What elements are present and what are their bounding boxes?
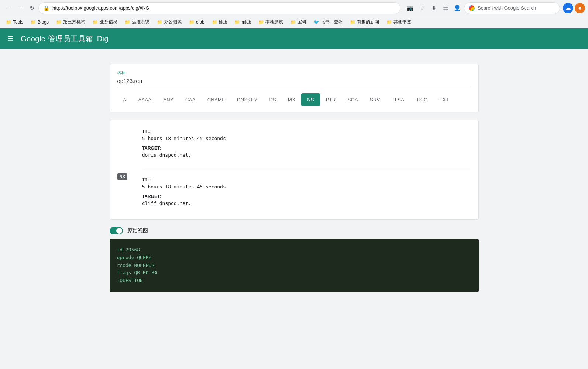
address-bar[interactable]: 🔒 https://toolbox.googleapps.com/apps/di… xyxy=(38,2,400,14)
target-value-2: cliff.dnspod.net. xyxy=(142,201,471,206)
ttl-label-1: TTL: xyxy=(142,129,471,134)
bookmark-label: 办公测试 xyxy=(164,19,182,25)
app-name: Dig xyxy=(97,35,109,43)
google-search-box[interactable]: Search with Google Search xyxy=(464,2,560,14)
back-button[interactable]: ← xyxy=(3,3,13,13)
menu-button[interactable]: ☰ xyxy=(6,33,15,44)
main-content: 名称 op123.ren AAAAAANYCAACNAMEDNSKEYDSMXN… xyxy=(110,56,479,299)
bookmark-icon: 📁 xyxy=(258,20,264,25)
camera-icon[interactable]: 📷 xyxy=(405,3,415,13)
bookmark-item[interactable]: 📁宝树 xyxy=(288,18,309,26)
ttl-value-2: 5 hours 18 minutes 45 seconds xyxy=(142,184,471,189)
ns-type-badge: NS xyxy=(117,173,127,180)
bookmark-label: 运维系统 xyxy=(132,19,149,25)
url-text: https://toolbox.googleapps.com/apps/dig/… xyxy=(52,5,396,11)
record-divider xyxy=(142,170,471,170)
app-brand: Google 管理员工具箱 Dig xyxy=(21,34,109,44)
browser-actions: 📷 ♡ ⬇ ☰ 👤 xyxy=(405,3,463,13)
google-icon xyxy=(469,5,475,11)
bookmark-item[interactable]: 📁有趣的新闻 xyxy=(347,18,382,26)
bookmark-icon: 📁 xyxy=(234,20,240,25)
record-block-1: TTL: 5 hours 18 minutes 45 seconds TARGE… xyxy=(142,129,471,158)
record-block-2: TTL: 5 hours 18 minutes 45 seconds TARGE… xyxy=(142,177,471,206)
raw-line-4: flags QR RD RA xyxy=(117,269,471,277)
bookmark-item[interactable]: 📁mlab xyxy=(231,18,254,26)
bookmark-icon: 📁 xyxy=(31,20,36,25)
bookmark-label: 业务信息 xyxy=(100,19,117,25)
sync-icon[interactable]: ☁ xyxy=(563,3,573,13)
domain-field-label: 名称 xyxy=(117,70,471,76)
bookmark-icon: 📁 xyxy=(6,20,11,25)
raw-line-5: ;QUESTION xyxy=(117,277,471,285)
toggle-section: 原始视图 xyxy=(110,227,479,234)
bookmark-icon: 📁 xyxy=(125,20,130,25)
bookmark-item[interactable]: 📁Tools xyxy=(3,18,26,26)
app-header: ☰ Google 管理员工具箱 Dig xyxy=(0,28,588,49)
bookmark-icon: 📁 xyxy=(386,20,392,25)
raw-line-2: opcode QUERY xyxy=(117,254,471,262)
dns-tab-caa[interactable]: CAA xyxy=(179,93,202,106)
dns-tab-any[interactable]: ANY xyxy=(157,93,179,106)
bookmark-icon: 📁 xyxy=(290,20,296,25)
bookmark-item[interactable]: 📁业务信息 xyxy=(90,18,120,26)
dns-tab-soa[interactable]: SOA xyxy=(342,93,364,106)
download-icon[interactable]: ⬇ xyxy=(429,3,439,13)
bookmark-item[interactable]: 📁本地测试 xyxy=(255,18,286,26)
bookmark-icon: 📁 xyxy=(350,20,355,25)
extensions-icon[interactable]: ☰ xyxy=(440,3,451,13)
bookmark-item[interactable]: 📁运维系统 xyxy=(122,18,152,26)
bookmark-icon: 📁 xyxy=(189,20,195,25)
target-value-1: doris.dnspod.net. xyxy=(142,152,471,158)
bookmark-item[interactable]: 📁第三方机构 xyxy=(53,18,88,26)
profile-avatar[interactable]: ● xyxy=(575,3,585,13)
bookmark-label: 本地测试 xyxy=(265,19,283,25)
lock-icon: 🔒 xyxy=(43,5,49,11)
ttl-label-2: TTL: xyxy=(142,177,471,182)
target-label-2: TARGET: xyxy=(142,194,471,199)
bookmark-icon: 📁 xyxy=(56,20,62,25)
dns-tab-srv[interactable]: SRV xyxy=(364,93,386,106)
target-label-1: TARGET: xyxy=(142,146,471,151)
dns-tab-a[interactable]: A xyxy=(117,93,133,106)
bookmark-label: Blogs xyxy=(38,20,49,25)
bookmark-icon: 📁 xyxy=(212,20,217,25)
dns-tab-mx[interactable]: MX xyxy=(282,93,301,106)
browser-controls: ← → ↻ 🔒 https://toolbox.googleapps.com/a… xyxy=(0,0,588,16)
bookmark-label: 飞书 - 登录 xyxy=(321,19,343,25)
bookmark-label: mlab xyxy=(241,20,251,25)
dns-tab-tlsa[interactable]: TLSA xyxy=(386,93,410,106)
bookmark-icon: 📁 xyxy=(93,20,98,25)
dns-tab-ds[interactable]: DS xyxy=(263,93,282,106)
toggle-label: 原始视图 xyxy=(127,227,148,234)
refresh-button[interactable]: ↻ xyxy=(27,3,37,13)
content-wrapper: 名称 op123.ren AAAAAANYCAACNAMEDNSKEYDSMXN… xyxy=(0,49,588,307)
bookmark-item[interactable]: 📁olab xyxy=(186,18,207,26)
domain-card: 名称 op123.ren AAAAAANYCAACNAMEDNSKEYDSMXN… xyxy=(110,64,479,112)
bookmark-item[interactable]: 🐦飞书 - 登录 xyxy=(311,18,345,26)
bookmark-icon: 📁 xyxy=(157,20,162,25)
bookmark-label: 其他书签 xyxy=(393,19,411,25)
dns-tab-txt[interactable]: TXT xyxy=(434,93,455,106)
dns-tabs: AAAAAANYCAACNAMEDNSKEYDSMXNSPTRSOASRVTLS… xyxy=(117,87,471,106)
browser-chrome: ← → ↻ 🔒 https://toolbox.googleapps.com/a… xyxy=(0,0,588,28)
dns-tab-cname[interactable]: CNAME xyxy=(202,93,231,106)
bookmark-label: Tools xyxy=(13,20,23,25)
profile-icon[interactable]: 👤 xyxy=(452,3,463,13)
dns-tab-ns[interactable]: NS xyxy=(301,93,320,106)
dns-tab-ptr[interactable]: PTR xyxy=(320,93,342,106)
dns-tab-dnskey[interactable]: DNSKEY xyxy=(231,93,263,106)
records-section: TTL: 5 hours 18 minutes 45 seconds TARGE… xyxy=(142,129,471,210)
bookmarks-bar: 📁Tools📁Blogs📁第三方机构📁业务信息📁运维系统📁办公测试📁olab📁h… xyxy=(0,16,588,28)
dns-tab-aaaa[interactable]: AAAA xyxy=(132,93,157,106)
favorites-icon[interactable]: ♡ xyxy=(417,3,427,13)
ttl-value-1: 5 hours 18 minutes 45 seconds xyxy=(142,136,471,141)
bookmark-item[interactable]: 📁Blogs xyxy=(28,18,52,26)
bookmark-item[interactable]: 📁其他书签 xyxy=(384,18,414,26)
raw-view-toggle[interactable] xyxy=(110,227,123,234)
domain-value[interactable]: op123.ren xyxy=(117,78,471,87)
bookmark-label: 第三方机构 xyxy=(63,19,85,25)
bookmark-item[interactable]: 📁hlab xyxy=(209,18,230,26)
dns-tab-tsig[interactable]: TSIG xyxy=(410,93,434,106)
forward-button[interactable]: → xyxy=(15,3,25,13)
bookmark-item[interactable]: 📁办公测试 xyxy=(154,18,185,26)
